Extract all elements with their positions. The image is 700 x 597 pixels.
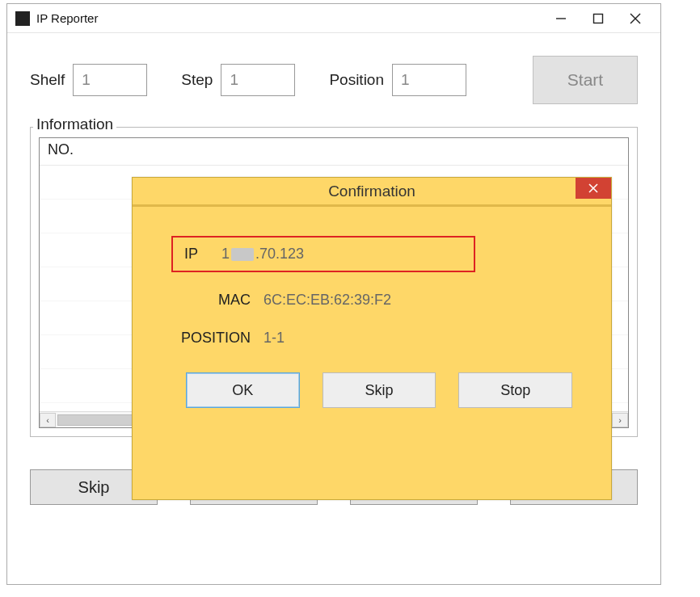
- ip-value: 1.70.123: [221, 246, 304, 263]
- position-input[interactable]: [392, 64, 466, 96]
- dialog-close-button[interactable]: [576, 178, 611, 199]
- mac-label: MAC: [171, 292, 251, 309]
- dialog-titlebar[interactable]: Confirmation: [133, 178, 611, 207]
- maximize-icon: [592, 13, 604, 24]
- position-value-modal: 1-1: [264, 330, 285, 347]
- step-label: Step: [181, 71, 213, 89]
- shelf-input[interactable]: [73, 64, 147, 96]
- minimize-button[interactable]: [542, 6, 580, 32]
- maximize-button[interactable]: [580, 6, 617, 32]
- close-button[interactable]: [617, 6, 654, 32]
- information-legend: Information: [33, 116, 116, 133]
- shelf-label: Shelf: [30, 71, 65, 89]
- dialog-skip-button[interactable]: Skip: [323, 372, 436, 408]
- minimize-icon: [555, 13, 567, 24]
- dialog-stop-button[interactable]: Stop: [458, 372, 572, 408]
- ok-button[interactable]: OK: [186, 372, 300, 408]
- close-icon: [588, 183, 598, 193]
- app-icon: [15, 11, 30, 26]
- position-label: Position: [329, 71, 384, 89]
- ip-redacted-segment: [231, 248, 254, 261]
- titlebar: IP Reporter: [7, 4, 660, 33]
- close-icon: [630, 13, 641, 24]
- ip-suffix: .70.123: [255, 246, 304, 262]
- dialog-title: Confirmation: [328, 183, 415, 200]
- svg-rect-1: [594, 14, 603, 23]
- mac-value: 6C:EC:EB:62:39:F2: [264, 292, 391, 309]
- dialog-body: IP 1.70.123 MAC 6C:EC:EB:62:39:F2 POSITI…: [133, 207, 611, 424]
- dialog-button-row: OK Skip Stop: [171, 372, 572, 408]
- scroll-left-arrow[interactable]: ‹: [40, 413, 56, 427]
- position-label-modal: POSITION: [171, 330, 251, 347]
- scroll-thumb[interactable]: [57, 414, 138, 426]
- window-title: IP Reporter: [36, 11, 98, 25]
- main-window: IP Reporter Shelf Step Position Start In…: [6, 3, 661, 585]
- step-input[interactable]: [221, 64, 295, 96]
- start-button[interactable]: Start: [533, 56, 638, 104]
- ip-label: IP: [184, 246, 210, 263]
- column-no[interactable]: NO.: [40, 138, 120, 165]
- client-area: Shelf Step Position Start Information NO…: [7, 33, 660, 584]
- list-header: NO.: [40, 138, 628, 166]
- confirmation-dialog: Confirmation IP 1.70.123 MAC 6C:EC:EB:62…: [132, 177, 612, 500]
- ip-prefix: 1: [221, 246, 230, 262]
- input-row: Shelf Step Position Start: [30, 56, 638, 104]
- scroll-right-arrow[interactable]: ›: [612, 413, 628, 427]
- ip-highlight-box: IP 1.70.123: [171, 236, 475, 272]
